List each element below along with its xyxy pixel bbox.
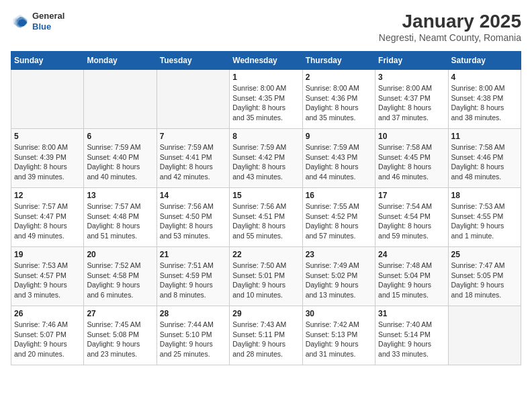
day-info: Sunrise: 7:56 AM Sunset: 4:50 PM Dayligh… [160,201,226,241]
day-info: Sunrise: 7:58 AM Sunset: 4:45 PM Dayligh… [378,142,445,182]
day-info: Sunrise: 7:45 AM Sunset: 5:08 PM Dayligh… [87,320,153,359]
day-number: 10 [378,132,445,141]
day-number: 20 [87,250,153,259]
day-info: Sunrise: 8:00 AM Sunset: 4:36 PM Dayligh… [306,83,372,123]
calendar-cell [84,70,157,129]
calendar-cell: 17Sunrise: 7:54 AM Sunset: 4:54 PM Dayli… [375,188,448,247]
day-of-week-header: Thursday [302,52,375,70]
calendar-cell: 24Sunrise: 7:48 AM Sunset: 5:04 PM Dayli… [375,247,448,306]
day-number: 29 [232,309,299,318]
day-info: Sunrise: 7:42 AM Sunset: 5:13 PM Dayligh… [306,320,372,359]
calendar-cell: 27Sunrise: 7:45 AM Sunset: 5:08 PM Dayli… [84,306,157,365]
calendar-cell: 6Sunrise: 7:59 AM Sunset: 4:40 PM Daylig… [84,129,157,188]
day-number: 12 [14,191,81,200]
page-header: General Blue January 2025 Negresti, Neam… [11,11,521,43]
calendar-cell: 7Sunrise: 7:59 AM Sunset: 4:41 PM Daylig… [157,129,229,188]
calendar-header: SundayMondayTuesdayWednesdayThursdayFrid… [11,52,521,70]
calendar-cell: 25Sunrise: 7:47 AM Sunset: 5:05 PM Dayli… [448,247,521,306]
day-of-week-header: Tuesday [157,52,229,70]
calendar-cell: 30Sunrise: 7:42 AM Sunset: 5:13 PM Dayli… [302,306,375,365]
day-number: 19 [14,250,81,259]
title-block: January 2025 Negresti, Neamt County, Rom… [379,11,521,43]
day-number: 21 [160,250,226,259]
day-info: Sunrise: 8:00 AM Sunset: 4:35 PM Dayligh… [232,83,299,123]
day-info: Sunrise: 7:51 AM Sunset: 4:59 PM Dayligh… [160,261,226,300]
day-number: 7 [160,132,226,141]
day-number: 26 [14,309,81,318]
day-number: 28 [160,309,226,318]
day-number: 4 [451,73,518,82]
day-number: 6 [87,132,153,141]
calendar-cell: 3Sunrise: 8:00 AM Sunset: 4:37 PM Daylig… [375,70,448,129]
day-number: 16 [306,191,372,200]
day-info: Sunrise: 7:59 AM Sunset: 4:40 PM Dayligh… [87,142,153,182]
day-number: 25 [451,250,518,259]
day-number: 14 [160,191,226,200]
day-info: Sunrise: 7:46 AM Sunset: 5:07 PM Dayligh… [14,320,81,359]
day-info: Sunrise: 7:49 AM Sunset: 5:02 PM Dayligh… [306,261,372,300]
calendar-cell: 18Sunrise: 7:53 AM Sunset: 4:55 PM Dayli… [448,188,521,247]
calendar-cell: 22Sunrise: 7:50 AM Sunset: 5:01 PM Dayli… [230,247,302,306]
calendar-cell: 16Sunrise: 7:55 AM Sunset: 4:52 PM Dayli… [302,188,375,247]
calendar-body: 1Sunrise: 8:00 AM Sunset: 4:35 PM Daylig… [11,70,521,365]
day-number: 13 [87,191,153,200]
day-info: Sunrise: 7:57 AM Sunset: 4:47 PM Dayligh… [14,201,81,241]
day-info: Sunrise: 7:58 AM Sunset: 4:46 PM Dayligh… [451,142,518,182]
logo-blue: Blue [32,21,64,32]
calendar-cell: 12Sunrise: 7:57 AM Sunset: 4:47 PM Dayli… [11,188,84,247]
calendar-cell: 15Sunrise: 7:56 AM Sunset: 4:51 PM Dayli… [230,188,302,247]
calendar-cell [448,306,521,365]
day-number: 17 [378,191,445,200]
calendar-cell: 21Sunrise: 7:51 AM Sunset: 4:59 PM Dayli… [157,247,229,306]
day-number: 5 [14,132,81,141]
day-info: Sunrise: 7:40 AM Sunset: 5:14 PM Dayligh… [378,320,445,359]
day-of-week-header: Friday [375,52,448,70]
calendar-cell: 8Sunrise: 7:59 AM Sunset: 4:42 PM Daylig… [230,129,302,188]
day-number: 3 [378,73,445,82]
day-info: Sunrise: 8:00 AM Sunset: 4:38 PM Dayligh… [451,83,518,123]
day-number: 31 [378,309,445,318]
day-number: 15 [232,191,299,200]
logo: General Blue [11,11,64,32]
calendar-cell: 11Sunrise: 7:58 AM Sunset: 4:46 PM Dayli… [448,129,521,188]
logo-text: General Blue [32,11,64,32]
day-info: Sunrise: 7:59 AM Sunset: 4:41 PM Dayligh… [160,142,226,182]
day-info: Sunrise: 7:48 AM Sunset: 5:04 PM Dayligh… [378,261,445,300]
logo-general: General [32,11,64,21]
day-info: Sunrise: 7:50 AM Sunset: 5:01 PM Dayligh… [232,261,299,300]
day-info: Sunrise: 7:59 AM Sunset: 4:42 PM Dayligh… [232,142,299,182]
day-info: Sunrise: 7:59 AM Sunset: 4:43 PM Dayligh… [306,142,372,182]
calendar-cell: 28Sunrise: 7:44 AM Sunset: 5:10 PM Dayli… [157,306,229,365]
logo-icon [11,12,30,31]
calendar-table: SundayMondayTuesdayWednesdayThursdayFrid… [11,51,521,365]
day-info: Sunrise: 7:56 AM Sunset: 4:51 PM Dayligh… [232,201,299,241]
day-number: 22 [232,250,299,259]
calendar-cell: 14Sunrise: 7:56 AM Sunset: 4:50 PM Dayli… [157,188,229,247]
day-info: Sunrise: 7:53 AM Sunset: 4:55 PM Dayligh… [451,201,518,241]
location-subtitle: Negresti, Neamt County, Romania [379,32,521,43]
calendar-cell: 1Sunrise: 8:00 AM Sunset: 4:35 PM Daylig… [230,70,302,129]
day-info: Sunrise: 8:00 AM Sunset: 4:37 PM Dayligh… [378,83,445,123]
calendar-cell [157,70,229,129]
days-of-week-row: SundayMondayTuesdayWednesdayThursdayFrid… [11,52,521,70]
day-number: 18 [451,191,518,200]
day-number: 30 [306,309,372,318]
calendar-cell: 31Sunrise: 7:40 AM Sunset: 5:14 PM Dayli… [375,306,448,365]
calendar-cell: 10Sunrise: 7:58 AM Sunset: 4:45 PM Dayli… [375,129,448,188]
day-of-week-header: Wednesday [230,52,302,70]
day-number: 23 [306,250,372,259]
day-number: 27 [87,309,153,318]
day-number: 24 [378,250,445,259]
day-info: Sunrise: 7:52 AM Sunset: 4:58 PM Dayligh… [87,261,153,300]
day-info: Sunrise: 7:53 AM Sunset: 4:57 PM Dayligh… [14,261,81,300]
day-number: 9 [306,132,372,141]
day-info: Sunrise: 7:57 AM Sunset: 4:48 PM Dayligh… [87,201,153,241]
day-info: Sunrise: 7:54 AM Sunset: 4:54 PM Dayligh… [378,201,445,241]
calendar-cell [11,70,84,129]
week-row: 12Sunrise: 7:57 AM Sunset: 4:47 PM Dayli… [11,188,521,247]
calendar-cell: 5Sunrise: 8:00 AM Sunset: 4:39 PM Daylig… [11,129,84,188]
day-info: Sunrise: 7:47 AM Sunset: 5:05 PM Dayligh… [451,261,518,300]
calendar-cell: 23Sunrise: 7:49 AM Sunset: 5:02 PM Dayli… [302,247,375,306]
month-title: January 2025 [379,11,521,32]
calendar-cell: 26Sunrise: 7:46 AM Sunset: 5:07 PM Dayli… [11,306,84,365]
